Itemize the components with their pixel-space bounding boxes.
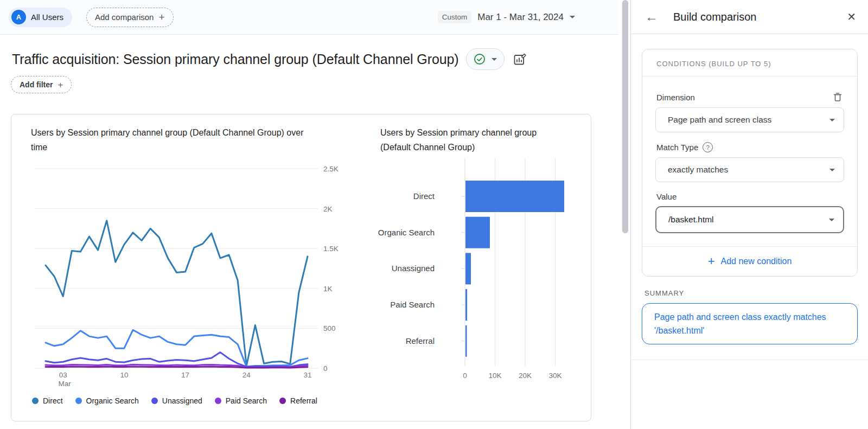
topbar: A All Users Add comparison + Custom Mar … [0, 0, 618, 35]
legend-dot [32, 398, 39, 404]
value-label: Value [656, 192, 676, 201]
chart-legend: DirectOrganic SearchUnassignedPaid Searc… [32, 396, 330, 405]
svg-text:1K: 1K [323, 285, 333, 293]
dimension-select[interactable]: Page path and screen class [655, 107, 844, 132]
custom-badge: Custom [438, 11, 472, 23]
dimension-label-row: Dimension [656, 92, 843, 103]
chevron-down-icon [492, 58, 497, 61]
legend-label: Unassigned [162, 396, 202, 405]
svg-text:Unassigned: Unassigned [392, 264, 435, 273]
all-users-chip[interactable]: A All Users [9, 8, 72, 27]
svg-text:0: 0 [463, 372, 467, 380]
title-row: Traffic acquisition: Session primary cha… [12, 48, 527, 70]
svg-text:31: 31 [303, 371, 311, 379]
legend-item: Direct [32, 396, 63, 405]
conditions-body: Dimension Page path and screen class Mat… [642, 76, 857, 246]
svg-text:24: 24 [242, 371, 251, 379]
check-circle-icon [474, 53, 486, 65]
legend-dot [151, 398, 158, 404]
bar-chart-title: Users by Session primary channel group (… [380, 125, 543, 155]
svg-text:0: 0 [323, 364, 328, 373]
page-title: Traffic acquisition: Session primary cha… [12, 52, 459, 67]
scrollbar[interactable] [622, 0, 628, 233]
svg-text:Paid Search: Paid Search [390, 300, 435, 309]
svg-text:20K: 20K [519, 372, 532, 380]
legend-dot [279, 398, 286, 404]
panel-header: ← Build comparison ✕ [631, 0, 868, 34]
date-range-picker[interactable]: Custom Mar 1 - Mar 31, 2024 [438, 11, 575, 23]
legend-item: Paid Search [215, 396, 267, 405]
svg-text:Referral: Referral [406, 336, 435, 345]
delete-condition-icon[interactable] [832, 92, 843, 103]
dimension-value: Page path and screen class [668, 115, 771, 125]
match-type-value: exactly matches [668, 165, 728, 175]
all-users-label: All Users [31, 12, 63, 22]
plus-icon: + [708, 255, 715, 267]
svg-text:17: 17 [181, 371, 189, 379]
date-range-label: Mar 1 - Mar 31, 2024 [477, 12, 564, 23]
plus-icon: + [158, 12, 164, 22]
value-select[interactable]: /basket.html [655, 206, 844, 233]
divider [631, 360, 868, 360]
add-comparison-button[interactable]: Add comparison + [86, 8, 174, 27]
svg-text:2K: 2K [323, 205, 333, 213]
match-type-select[interactable]: exactly matches [655, 157, 844, 182]
conditions-card: CONDITIONS (BUILD UP TO 5) Dimension Pag… [642, 49, 858, 277]
dimension-label: Dimension [656, 93, 695, 102]
svg-text:Direct: Direct [413, 191, 435, 201]
panel-title: Build comparison [673, 11, 847, 23]
line-chart-title: Users by Session primary channel group (… [31, 125, 305, 155]
chevron-down-icon [829, 169, 835, 171]
match-type-label-row: Match Type ? [656, 142, 843, 152]
add-comparison-label: Add comparison [95, 12, 154, 22]
data-quality-badge[interactable] [466, 48, 505, 70]
report-area: A All Users Add comparison + Custom Mar … [0, 0, 618, 429]
svg-text:10K: 10K [488, 372, 501, 380]
summary-chip[interactable]: Page path and screen class exactly match… [642, 303, 858, 344]
legend-label: Organic Search [86, 396, 139, 405]
add-filter-button[interactable]: Add filter + [11, 76, 72, 93]
build-comparison-panel: ← Build comparison ✕ CONDITIONS (BUILD U… [630, 0, 868, 429]
line-chart[interactable]: 05001K1.5K2K2.5K03Mar10172431 [25, 162, 343, 388]
help-icon[interactable]: ? [703, 142, 713, 152]
avatar: A [11, 10, 26, 24]
plus-icon: + [58, 80, 63, 89]
svg-text:10: 10 [120, 371, 128, 379]
legend-item: Referral [279, 396, 317, 405]
chevron-down-icon [829, 219, 834, 221]
svg-text:1.5K: 1.5K [323, 245, 339, 253]
legend-item: Unassigned [151, 396, 202, 405]
value-text: /basket.html [668, 215, 714, 225]
svg-text:Mar: Mar [59, 380, 72, 388]
match-type-label: Match Type [656, 143, 698, 152]
legend-label: Direct [43, 396, 63, 405]
close-icon[interactable]: ✕ [847, 11, 856, 22]
svg-text:03: 03 [59, 371, 67, 379]
svg-text:500: 500 [323, 324, 336, 332]
legend-dot [75, 398, 82, 404]
svg-text:Organic Search: Organic Search [378, 228, 435, 237]
bar-chart[interactable]: 010K20K30KDirectOrganic SearchUnassigned… [364, 156, 581, 383]
back-icon[interactable]: ← [645, 10, 658, 23]
svg-text:30K: 30K [548, 372, 561, 380]
summary-text: Page path and screen class exactly match… [654, 312, 826, 335]
add-new-condition-label: Add new condition [721, 257, 792, 266]
svg-text:2.5K: 2.5K [323, 165, 339, 173]
value-label-row: Value [656, 192, 843, 201]
add-filter-label: Add filter [20, 80, 53, 89]
legend-item: Organic Search [75, 396, 139, 405]
add-new-condition-button[interactable]: + Add new condition [642, 246, 857, 276]
summary-header: SUMMARY [644, 289, 684, 297]
legend-dot [215, 398, 221, 404]
conditions-header: CONDITIONS (BUILD UP TO 5) [642, 49, 857, 76]
customize-report-icon[interactable] [513, 52, 527, 67]
charts-card: Users by Session primary channel group (… [11, 114, 591, 421]
chevron-down-icon [829, 119, 835, 121]
scrollbar-gutter [618, 0, 630, 429]
legend-label: Paid Search [226, 396, 267, 405]
legend-label: Referral [290, 396, 317, 405]
chevron-down-icon [570, 16, 575, 18]
